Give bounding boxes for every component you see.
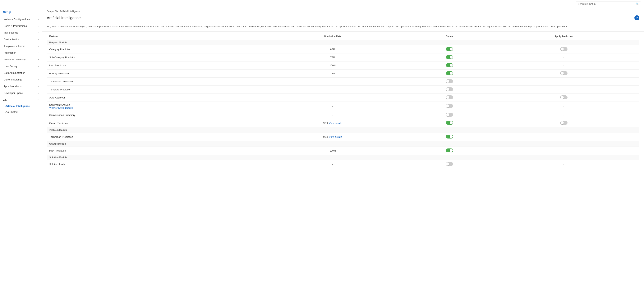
status-toggle[interactable] (446, 135, 453, 138)
breadcrumb-setup[interactable]: Setup (47, 10, 53, 13)
table-row: Priority Prediction 22% (47, 69, 639, 77)
table-row: Risk Prediction 100% - (47, 147, 639, 155)
sidebar-item-developer-space[interactable]: Developer Space> (0, 90, 42, 96)
prediction-rate-cell: 22% (255, 69, 410, 77)
feature-name: Item Prediction (49, 64, 66, 67)
module-name: Solution Module (47, 155, 639, 160)
page-header: Artificial Intelligence ? (42, 13, 644, 22)
apply-prediction-cell: - (488, 77, 639, 85)
sidebar-item-automation[interactable]: Automation> (0, 49, 42, 56)
view-analysis-link[interactable]: View Analysis Details (49, 106, 73, 109)
sidebar-item-user-survey[interactable]: User Survey> (0, 63, 42, 69)
apply-dash: - (564, 163, 564, 166)
prediction-rate-cell: 98% View details (255, 119, 410, 127)
status-cell[interactable] (410, 85, 488, 93)
view-details-link[interactable]: View details (329, 122, 342, 124)
sidebar-item-customization[interactable]: Customization> (0, 36, 42, 43)
feature-name: Priority Prediction (49, 72, 69, 75)
feature-cell: Conversation Summary (47, 111, 255, 119)
apply-dash: - (564, 149, 564, 152)
sidebar-item-templates-forms[interactable]: Templates & Forms> (0, 43, 42, 49)
sidebar-item-zia[interactable]: Zia⌃ (0, 96, 42, 103)
apply-prediction-cell[interactable] (488, 93, 639, 101)
status-cell[interactable] (410, 101, 488, 111)
sidebar-item-data-administration[interactable]: Data Administration> (0, 69, 42, 76)
sidebar-sub-item-zia-chatbot[interactable]: Zia Chatbot (0, 109, 42, 115)
sidebar-item-instance-configurations[interactable]: Instance Configurations> (0, 16, 42, 22)
apply-prediction-cell[interactable] (488, 69, 639, 77)
table-row: Template Prediction - - (47, 85, 639, 93)
chevron-right-icon: > (38, 58, 39, 61)
chevron-right-icon: > (38, 85, 39, 87)
sidebar-item-zia-label: Zia (3, 98, 6, 101)
status-cell[interactable] (410, 45, 488, 53)
apply-prediction-cell[interactable] (488, 119, 639, 127)
status-cell[interactable] (410, 147, 488, 155)
status-cell[interactable] (410, 53, 488, 61)
apply-prediction-cell: - (488, 53, 639, 61)
sidebar-item-probes-discovery[interactable]: Probes & Discovery> (0, 56, 42, 63)
table-row: Technician Prediction 93% View details - (47, 133, 639, 141)
status-toggle[interactable] (446, 47, 453, 51)
sidebar: Setup Instance Configurations>Users & Pe… (0, 8, 42, 300)
ai-features-table: Feature Prediction Rate Status Apply Pre… (47, 33, 640, 168)
status-cell[interactable] (410, 77, 488, 85)
status-toggle[interactable] (446, 148, 453, 152)
status-toggle[interactable] (446, 71, 453, 75)
table-row: Category Prediction 86% (47, 45, 639, 53)
sidebar-item-apps-addons[interactable]: Apps & Add-ons> (0, 83, 42, 90)
chevron-right-icon: > (38, 92, 39, 94)
apply-toggle[interactable] (560, 71, 568, 75)
status-cell[interactable] (410, 93, 488, 101)
status-toggle[interactable] (446, 63, 453, 67)
module-header-row: Solution Module (47, 155, 639, 160)
setup-link[interactable]: Setup (3, 10, 11, 13)
sidebar-item-mail-settings[interactable]: Mail Settings> (0, 29, 42, 36)
sidebar-item-label: Customization (4, 38, 19, 41)
apply-toggle[interactable] (560, 47, 568, 51)
table-row: Sub Category Prediction 75% - (47, 53, 639, 61)
sidebar-item-label: Templates & Forms (4, 45, 25, 47)
status-toggle[interactable] (446, 95, 453, 99)
apply-toggle[interactable] (560, 121, 568, 125)
feature-name: Risk Prediction (49, 149, 66, 152)
sidebar-sub-item-artificial-intelligence[interactable]: Artificial Intelligence (0, 103, 42, 109)
sidebar-item-label: Users & Permissions (4, 24, 27, 27)
status-cell[interactable] (410, 61, 488, 69)
status-cell[interactable] (410, 133, 488, 141)
feature-cell: Sentiment AnalysisView Analysis Details (47, 101, 255, 111)
table-row: Auto Approval - (47, 93, 639, 101)
prediction-rate-cell: 75% (255, 53, 410, 61)
status-cell[interactable] (410, 119, 488, 127)
status-toggle[interactable] (446, 79, 453, 83)
breadcrumb-zia[interactable]: Zia (55, 10, 58, 13)
status-toggle[interactable] (446, 162, 453, 166)
apply-dash: - (564, 80, 564, 83)
status-cell[interactable] (410, 160, 488, 168)
status-toggle[interactable] (446, 55, 453, 59)
sidebar-item-users-permissions[interactable]: Users & Permissions> (0, 22, 42, 29)
table-container: Feature Prediction Rate Status Apply Pre… (42, 33, 644, 173)
status-toggle[interactable] (446, 121, 453, 125)
status-toggle[interactable] (446, 113, 453, 117)
apply-prediction-cell: - (488, 160, 639, 168)
search-container[interactable]: 🔍 (576, 1, 641, 6)
sidebar-item-general-settings[interactable]: General Settings> (0, 76, 42, 83)
apply-prediction-cell[interactable] (488, 45, 639, 53)
status-toggle[interactable] (446, 104, 453, 108)
apply-dash: - (563, 135, 564, 138)
status-cell[interactable] (410, 69, 488, 77)
main-layout: Setup Instance Configurations>Users & Pe… (0, 8, 644, 300)
status-cell[interactable] (410, 111, 488, 119)
chevron-right-icon: > (38, 72, 39, 74)
feature-cell: Item Prediction (47, 61, 255, 69)
apply-toggle[interactable] (560, 95, 568, 99)
search-input[interactable] (578, 2, 634, 5)
prediction-rate-cell: - (255, 93, 410, 101)
status-toggle[interactable] (446, 87, 453, 91)
feature-cell: Auto Approval (47, 93, 255, 101)
top-bar: 🔍 (0, 0, 644, 8)
help-button[interactable]: ? (634, 15, 640, 20)
breadcrumb: Setup / Zia / Artificial Intelligence (42, 8, 644, 13)
view-details-link[interactable]: View details (329, 135, 342, 138)
